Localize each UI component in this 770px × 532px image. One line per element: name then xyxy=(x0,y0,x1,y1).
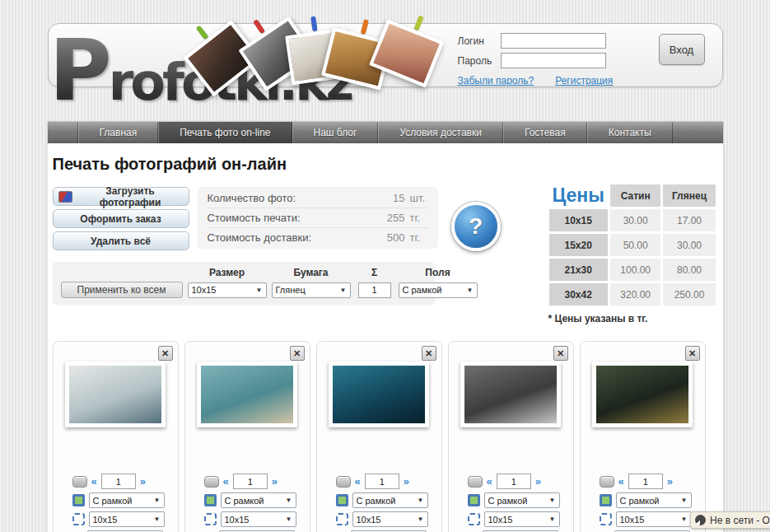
card-quantity-input[interactable] xyxy=(101,474,136,489)
nav-tab[interactable]: Печать фото on-line xyxy=(158,122,292,143)
quantity-counter-icon xyxy=(72,476,87,488)
close-icon[interactable]: ✕ xyxy=(553,346,568,361)
quantity-decrease-button[interactable]: « xyxy=(91,476,97,487)
photo-card: ✕ « » С рам xyxy=(184,341,310,532)
size-icon xyxy=(468,513,480,525)
photo-thumbnail xyxy=(333,366,425,423)
satin-column-header: Сатин xyxy=(610,184,661,207)
frame-icon xyxy=(204,494,217,506)
chevron-down-icon: ▼ xyxy=(154,497,161,504)
card-size-select[interactable]: 10x15 ▼ xyxy=(484,511,560,527)
photo-card: ✕ « » С рам xyxy=(53,341,179,532)
card-size-select[interactable]: 10x15 ▼ xyxy=(616,511,692,527)
password-input[interactable] xyxy=(501,53,606,68)
apply-to-all-button[interactable]: Применить ко всем xyxy=(61,282,183,298)
apply-size-select[interactable]: 10x15 ▼ xyxy=(188,282,267,298)
photo-thumbnail-frame[interactable] xyxy=(592,362,693,427)
login-submit-button[interactable]: Вход xyxy=(659,34,705,65)
nav-tab[interactable]: Наш блог xyxy=(292,122,379,143)
photo-thumbnail-frame[interactable] xyxy=(197,362,297,427)
photo-thumbnail xyxy=(596,366,688,423)
price-glossy-cell: 250.00 xyxy=(663,283,715,306)
chevron-down-icon: ▼ xyxy=(154,516,161,523)
price-row: 30x42 320.00 250.00 xyxy=(549,283,716,306)
quantity-increase-button[interactable]: » xyxy=(404,476,409,487)
quantity-decrease-button[interactable]: « xyxy=(618,476,624,487)
card-fields-select[interactable]: С рамкой ▼ xyxy=(616,492,692,508)
quantity-increase-button[interactable]: » xyxy=(535,476,541,487)
upload-photo-icon xyxy=(58,191,72,203)
summary-label: Количество фото: xyxy=(208,192,394,204)
photo-cards-row: ✕ « » С рам xyxy=(48,341,723,532)
price-satin-cell: 30.00 xyxy=(610,209,661,231)
nav-tab[interactable]: Контакты xyxy=(587,122,673,143)
card-fields-select[interactable]: С рамкой ▼ xyxy=(221,492,296,508)
size-icon xyxy=(600,513,612,525)
summary-value: 255 xyxy=(387,212,405,224)
register-link[interactable]: Регистрация xyxy=(555,75,613,86)
card-size-select[interactable]: 10x15 ▼ xyxy=(352,511,428,527)
chevron-down-icon: ▼ xyxy=(418,516,424,523)
quantity-increase-button[interactable]: » xyxy=(140,476,146,487)
quantity-increase-button[interactable]: » xyxy=(667,476,673,487)
place-order-button[interactable]: Оформить заказ xyxy=(53,209,189,228)
site-logo: Profotki.kz xyxy=(49,31,352,112)
card-size-select[interactable]: 10x15 ▼ xyxy=(221,511,296,527)
upload-photos-button[interactable]: Загрузить фотографии xyxy=(53,187,189,206)
price-list: Цены Сатин Глянец 10x15 30.00 17.00 xyxy=(547,182,718,324)
card-quantity-input[interactable] xyxy=(497,474,531,489)
logo-first-letter: P xyxy=(49,31,109,110)
photo-thumbnail-frame[interactable] xyxy=(65,362,166,427)
price-row: 10x15 30.00 17.00 xyxy=(549,209,716,231)
photo-card: ✕ « » С рам xyxy=(448,341,574,532)
delete-all-button[interactable]: Удалить всё xyxy=(53,231,189,250)
quantity-decrease-button[interactable]: « xyxy=(223,476,229,487)
nav-tab[interactable]: Гостевая xyxy=(503,122,587,143)
chevron-down-icon: ▼ xyxy=(286,516,292,523)
summary-value: 15 xyxy=(393,192,404,204)
price-size-cell: 30x42 xyxy=(549,283,608,306)
card-quantity-input[interactable] xyxy=(365,474,399,489)
apply-fields-select[interactable]: С рамкой ▼ xyxy=(399,282,478,298)
offline-status-icon xyxy=(695,515,706,525)
summary-label: Стоимость доставки: xyxy=(208,231,387,244)
photo-thumbnail-frame[interactable] xyxy=(329,362,429,427)
close-icon[interactable]: ✕ xyxy=(158,346,173,361)
frame-icon xyxy=(336,494,348,506)
nav-tab[interactable]: Условия доставки xyxy=(378,122,503,143)
card-size-select[interactable]: 10x15 ▼ xyxy=(89,511,165,527)
page: Profotki.kz xyxy=(0,0,770,532)
chevron-down-icon: ▼ xyxy=(467,287,474,294)
login-input[interactable] xyxy=(501,33,606,49)
size-column-label: Размер xyxy=(188,267,267,282)
help-icon[interactable]: ? xyxy=(451,202,501,251)
quantity-increase-button[interactable]: » xyxy=(272,476,278,487)
price-glossy-cell: 30.00 xyxy=(663,234,715,256)
frame-icon xyxy=(468,494,480,506)
card-fields-select[interactable]: С рамкой ▼ xyxy=(484,492,560,508)
card-fields-select[interactable]: С рамкой ▼ xyxy=(352,492,428,508)
price-glossy-cell: 17.00 xyxy=(663,209,715,231)
offline-notification[interactable]: Не в сети - Оста xyxy=(690,511,770,529)
forgot-password-link[interactable]: Забыли пароль? xyxy=(458,75,534,86)
close-icon[interactable]: ✕ xyxy=(422,346,436,361)
fields-column-label: Поля xyxy=(399,267,478,282)
photo-card: ✕ « » С рам xyxy=(316,341,442,532)
quantity-counter-icon xyxy=(600,476,614,488)
quantity-decrease-button[interactable]: « xyxy=(355,476,361,487)
photo-thumbnail xyxy=(69,366,161,423)
card-quantity-input[interactable] xyxy=(628,474,663,489)
quantity-column-label: Σ xyxy=(356,267,394,282)
size-icon xyxy=(204,513,217,525)
apply-paper-select[interactable]: Глянец ▼ xyxy=(272,282,351,298)
card-fields-select[interactable]: С рамкой ▼ xyxy=(89,492,165,508)
photo-thumbnail-frame[interactable] xyxy=(460,362,561,427)
close-icon[interactable]: ✕ xyxy=(685,346,700,361)
nav-tab[interactable]: Главная xyxy=(78,122,159,143)
apply-quantity-input[interactable] xyxy=(358,282,391,298)
chevron-down-icon: ▼ xyxy=(256,287,263,294)
close-icon[interactable]: ✕ xyxy=(290,346,305,361)
card-quantity-input[interactable] xyxy=(233,474,268,489)
quantity-decrease-button[interactable]: « xyxy=(487,476,492,487)
chevron-down-icon: ▼ xyxy=(340,287,347,294)
